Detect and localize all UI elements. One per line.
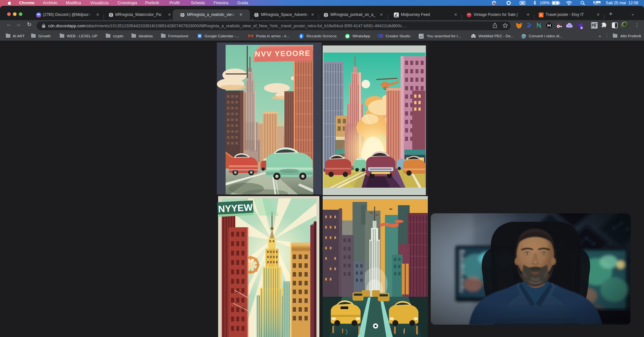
svg-text:5: 5 (581, 26, 582, 30)
svg-text:E: E (540, 13, 542, 17)
svg-text:V℗: V℗ (365, 112, 384, 127)
svg-text:NVV YEOORE: NVV YEOORE (255, 49, 311, 58)
svg-text:NYYEW: NYYEW (218, 202, 253, 214)
svg-text:31: 31 (198, 35, 201, 37)
